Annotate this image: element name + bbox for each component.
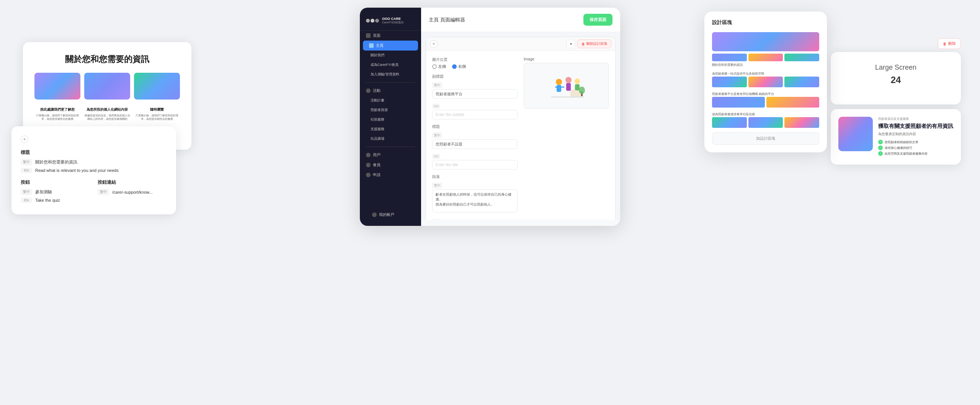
sidebar-item-support[interactable]: 支援服務 bbox=[360, 124, 421, 134]
radio-right[interactable]: 右側 bbox=[452, 64, 466, 69]
left-panel-title: 關於您和您需要的資訊 bbox=[34, 54, 180, 65]
card-label-2: 為您所投的個人化網站內容 根據您提供的信息，我們將為您個人化網站上的內容，為您提… bbox=[84, 107, 130, 121]
sidebar-item-blog[interactable]: 社區服務 bbox=[360, 115, 421, 124]
grid-img-2-2 bbox=[748, 77, 783, 87]
design-area-title: 設計區塊 bbox=[712, 19, 819, 26]
radio-dot-right bbox=[452, 64, 457, 69]
home-icon bbox=[369, 43, 374, 48]
button-field-en: EN Take the quiz bbox=[21, 198, 90, 203]
svg-rect-2 bbox=[557, 85, 561, 92]
paragraph-row: 段落 繁中 齡者在照顧他人的時候，也可以保持自己的身心健康。 因為要好好照顧自己… bbox=[432, 174, 518, 220]
section1-controls-right: ▾ 🗑 刪除設計區塊 bbox=[567, 39, 611, 48]
right-design-panel: 設計區塊 關於您和您需要的資訊 為照顧者建一站式提供平台及槓慈空間 照顧者服務平… bbox=[704, 11, 827, 152]
subtitle-tag-en: EN bbox=[432, 104, 440, 109]
carer-tag: 照顧者資訊及支援服務 bbox=[878, 117, 953, 121]
checkmark-3: ✓ bbox=[878, 151, 883, 156]
preview-caption-4: 成為照顧者服連排會享社區信惠 bbox=[712, 112, 819, 116]
section-block-1: + ▾ 🗑 刪除設計區塊 圖片位置 bbox=[426, 37, 616, 220]
preview-item-2: 為照顧者建一站式提供平台及槓慈空間 bbox=[712, 72, 819, 87]
title-input-en[interactable] bbox=[432, 160, 518, 170]
sidebar-item-about[interactable]: 關於我們 bbox=[360, 51, 421, 60]
app-icon bbox=[366, 173, 371, 177]
trash-icon-1: 🗑 bbox=[581, 42, 585, 46]
subtitle-input-zh[interactable] bbox=[432, 89, 518, 99]
img-position-row: 圖片位置 左側 右側 bbox=[432, 57, 518, 69]
svg-point-5 bbox=[565, 77, 572, 83]
gradient-img-3 bbox=[134, 73, 180, 100]
sidebar-item-activities[interactable]: 活動 bbox=[360, 86, 421, 96]
grid-img-2-3 bbox=[784, 77, 819, 87]
sidebar-item-my-account[interactable]: 我的帳戶 bbox=[366, 210, 415, 220]
title-label: 標題 bbox=[21, 149, 167, 156]
svg-rect-11 bbox=[551, 96, 584, 98]
radio-group: 左側 右側 bbox=[432, 64, 518, 69]
button-value-zh: 參加測驗 bbox=[35, 189, 52, 195]
title-en-group: EN bbox=[432, 152, 518, 170]
grid-img-4-1 bbox=[712, 117, 747, 128]
preview-sub-1 bbox=[712, 54, 747, 61]
section1-form: 圖片位置 左側 右側 bbox=[432, 57, 609, 220]
sidebar-divider-1 bbox=[366, 82, 415, 83]
preview-3-1 bbox=[712, 97, 765, 108]
sidebar-item-users[interactable]: 用戶 bbox=[360, 150, 421, 160]
sidebar-item-applications[interactable]: 申請 bbox=[360, 170, 421, 180]
large-screen-number: 24 bbox=[842, 75, 949, 85]
top-bar: 主頁 頁面編輯器 保存頁面 bbox=[421, 8, 620, 32]
carer-card: 照顧者資訊及支援服務 獲取有關支援照顧者的有用資訊 為您量身定制的資訊內容 ✓ … bbox=[831, 109, 961, 165]
btn-tag-en: EN bbox=[21, 198, 32, 203]
section1-right-col: Image bbox=[524, 57, 609, 220]
title-row: 標題 繁中 EN bbox=[432, 124, 518, 170]
tag-en: EN bbox=[21, 168, 32, 173]
logo-circle-2 bbox=[371, 19, 374, 23]
add-section-button[interactable]: 加設計區塊 bbox=[712, 132, 819, 145]
gradient-img-1 bbox=[34, 73, 80, 100]
carer-gradient-img bbox=[838, 117, 873, 151]
title-field-zh: 繁中 關於您和您需要的資訊 bbox=[21, 159, 167, 165]
section1-body: 圖片位置 左側 右側 bbox=[426, 51, 615, 220]
sidebar-item-home[interactable]: 主頁 bbox=[363, 41, 418, 51]
title-input-zh[interactable] bbox=[432, 139, 518, 149]
logo-circles bbox=[366, 19, 379, 23]
save-button[interactable]: 保存頁面 bbox=[583, 14, 612, 26]
section1-expand-icon[interactable]: + bbox=[430, 40, 438, 48]
title-tag-zh: 繁中 bbox=[432, 132, 442, 138]
expand-icon[interactable]: + bbox=[21, 136, 28, 143]
sidebar-item-members[interactable]: 會員 bbox=[360, 160, 421, 170]
edit-panel: + 標題 繁中 關於您和您需要的資訊 EN Read what is relev… bbox=[11, 126, 176, 214]
sidebar-item-activity-list[interactable]: 活動計畫 bbox=[360, 96, 421, 105]
carer-subtitle: 為您量身定制的資訊內容 bbox=[878, 132, 953, 137]
sidebar-item-carer-resources[interactable]: 照顧者資源 bbox=[360, 105, 421, 115]
section1-delete-button[interactable]: 🗑 刪除設計區塊 bbox=[577, 39, 611, 48]
svg-point-1 bbox=[556, 79, 562, 85]
checkmark-2: ✓ bbox=[878, 145, 883, 150]
svg-rect-4 bbox=[561, 87, 564, 88]
link-value-zh: /carer-support/know... bbox=[112, 190, 153, 194]
preview-grid-2 bbox=[712, 77, 819, 87]
button-link-sections: 按鈕 繁中 參加測驗 EN Take the quiz 按鈕連結 繁中 /car… bbox=[21, 179, 167, 205]
preview-item-4: 成為照顧者服連排會享社區信惠 bbox=[712, 112, 819, 128]
sidebar-item-join-quiz[interactable]: 加入測驗/管理資料 bbox=[360, 70, 421, 79]
far-right-delete-area: 🗑 刪除 bbox=[831, 38, 961, 49]
title-tag-en: EN bbox=[432, 154, 440, 159]
para-textarea-zh[interactable]: 齡者在照顧他人的時候，也可以保持自己的身心健康。 因為要好好照顧自己才可以照顧他… bbox=[432, 189, 518, 212]
gradient-img-2 bbox=[84, 73, 130, 100]
title-zh-group: 繁中 bbox=[432, 131, 518, 149]
subtitle-zh-group: 繁中 bbox=[432, 81, 518, 99]
far-right-delete-button[interactable]: 🗑 刪除 bbox=[938, 38, 961, 49]
sidebar-item-goods[interactable]: 社品廣場 bbox=[360, 134, 421, 144]
title-field-en: EN Read what is relevant to you and your… bbox=[21, 168, 167, 173]
sidebar-item-carer-member[interactable]: 成為CarerFYI會員 bbox=[360, 60, 421, 70]
sidebar-item-pages[interactable]: 頁面 bbox=[360, 31, 421, 41]
trash-icon-far-right: 🗑 bbox=[943, 42, 947, 46]
grid-img-4-3 bbox=[784, 117, 819, 128]
link-label: 按鈕連結 bbox=[98, 179, 167, 186]
button-value-en: Take the quiz bbox=[35, 198, 60, 202]
subtitle-input-en[interactable] bbox=[432, 110, 518, 119]
preview-sub-3 bbox=[784, 54, 819, 61]
subtitle-tag-zh: 繁中 bbox=[432, 82, 442, 88]
section1-chevron-down[interactable]: ▾ bbox=[567, 40, 575, 48]
radio-dot-left bbox=[432, 64, 437, 69]
image-label: Image bbox=[524, 57, 609, 61]
carer-title: 獲取有關支援照顧者的有用資訊 bbox=[878, 122, 953, 129]
radio-left[interactable]: 左側 bbox=[432, 64, 446, 69]
